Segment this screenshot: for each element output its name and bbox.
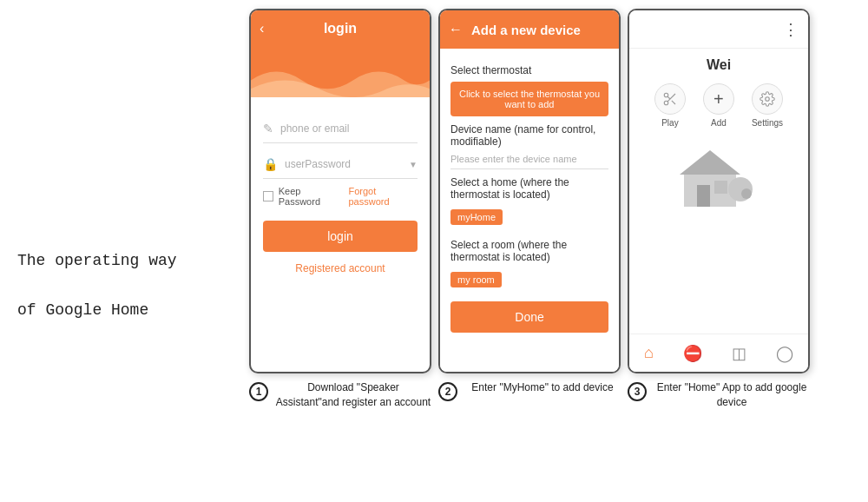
login-button[interactable]: login xyxy=(263,221,418,252)
house-illustration xyxy=(638,142,799,211)
screen1-title: login xyxy=(324,21,357,36)
play-icon-circle xyxy=(654,83,686,115)
play-item[interactable]: Play xyxy=(654,83,686,128)
password-placeholder: userPassword xyxy=(285,158,351,170)
step1-number: 1 xyxy=(256,386,262,398)
select-room-label: Select a room (where the thermostat is l… xyxy=(450,239,608,263)
svg-point-5 xyxy=(766,97,770,102)
step3-number: 3 xyxy=(635,386,641,398)
block-footer-icon[interactable]: ⛔ xyxy=(683,344,702,363)
step2-circle: 2 xyxy=(438,382,457,401)
play-label: Play xyxy=(661,118,678,128)
operating-text: The operating way of Google Home xyxy=(17,248,177,323)
line1: The operating way xyxy=(17,252,177,269)
keep-password-checkbox[interactable] xyxy=(263,191,273,201)
screen1-body: ✎ phone or email 🔒 userPassword ▼ Ke xyxy=(251,97,430,292)
screen2-back-icon[interactable]: ← xyxy=(449,22,463,37)
line2: of Google Home xyxy=(17,301,148,319)
done-button[interactable]: Done xyxy=(450,301,608,333)
add-item[interactable]: + Add xyxy=(703,83,734,128)
svg-point-0 xyxy=(664,93,668,97)
screen2-title: Add a new device xyxy=(471,23,581,37)
step2-number: 2 xyxy=(445,386,451,398)
add-icon-circle: + xyxy=(703,83,734,115)
main-container: The operating way of Google Home ‹ login xyxy=(0,0,868,502)
svg-marker-7 xyxy=(680,150,740,175)
settings-icon-circle xyxy=(752,83,783,115)
media-footer-icon[interactable]: ◫ xyxy=(732,344,746,363)
screen3-header: ⋮ xyxy=(629,10,808,49)
select-home-label: Select a home (where the thermostat is l… xyxy=(450,176,608,201)
password-input-row[interactable]: 🔒 userPassword ▼ xyxy=(263,150,418,179)
select-thermostat-btn-label: Click to select the thermostat you want … xyxy=(459,89,600,109)
wave-decoration xyxy=(251,55,430,97)
step3-label: 3 Enter "Home" App to add google device xyxy=(628,380,810,410)
screen1-header: ‹ login xyxy=(251,10,430,97)
svg-line-4 xyxy=(667,96,670,99)
phones-area: ‹ login ✎ phone or email xyxy=(191,0,868,502)
step2-text: Enter "MyHome" to add device xyxy=(464,380,621,395)
phones-row: ‹ login ✎ phone or email xyxy=(191,0,868,410)
home-tag[interactable]: myHome xyxy=(450,209,503,225)
house-svg xyxy=(675,142,762,211)
play-icon xyxy=(662,91,678,107)
keep-password-label: Keep Password xyxy=(279,186,344,207)
screen3-body: Wei xyxy=(629,49,808,334)
register-link[interactable]: Registered account xyxy=(263,262,418,274)
svg-line-3 xyxy=(672,101,675,104)
svg-rect-9 xyxy=(714,181,727,194)
register-link-label: Registered account xyxy=(295,262,385,274)
step1-label: 1 Download "Speaker Assistant"and regist… xyxy=(249,380,431,410)
phone-placeholder: phone or email xyxy=(280,122,349,135)
forgot-password-link[interactable]: Forgot password xyxy=(348,186,418,207)
action-icons-row: Play + Add xyxy=(638,83,799,128)
screen1-back-icon[interactable]: ‹ xyxy=(260,21,264,36)
left-text-area: The operating way of Google Home xyxy=(0,0,191,502)
keep-password-row[interactable]: Keep Password Forgot password xyxy=(263,186,418,207)
user-icon: ✎ xyxy=(263,122,273,135)
settings-label: Settings xyxy=(752,118,783,128)
step3-text: Enter "Home" App to add google device xyxy=(654,380,810,410)
person-footer-icon[interactable]: ◯ xyxy=(776,344,793,363)
phone-input-row[interactable]: ✎ phone or email xyxy=(263,115,418,143)
select-thermostat-label: Select thermostat xyxy=(450,64,608,76)
svg-point-1 xyxy=(664,101,668,105)
settings-icon xyxy=(760,91,775,107)
step1-circle: 1 xyxy=(249,382,268,401)
home-footer-icon[interactable]: ⌂ xyxy=(644,344,654,362)
select-thermostat-button[interactable]: Click to select the thermostat you want … xyxy=(450,82,608,116)
add-icon: + xyxy=(713,89,724,109)
device-name-placeholder[interactable]: Please enter the device name xyxy=(450,149,608,169)
user-name: Wei xyxy=(638,57,799,73)
password-toggle-icon: ▼ xyxy=(409,160,418,169)
screen2-body: Select thermostat Click to select the th… xyxy=(440,49,619,372)
screen3-footer: ⌂ ⛔ ◫ ◯ xyxy=(629,334,808,372)
step3-circle: 3 xyxy=(628,382,647,401)
phone1-screen: ‹ login ✎ phone or email xyxy=(249,9,431,373)
more-options-icon[interactable]: ⋮ xyxy=(783,20,799,39)
login-btn-label: login xyxy=(327,229,353,243)
phone2-wrapper: ← Add a new device Select thermostat Cli… xyxy=(438,9,621,401)
device-name-label: Device name (name for control, modifiabl… xyxy=(450,123,608,148)
step2-label: 2 Enter "MyHome" to add device xyxy=(438,380,621,401)
screen2-header: ← Add a new device xyxy=(440,10,619,49)
room-tag[interactable]: my room xyxy=(450,272,502,287)
settings-item[interactable]: Settings xyxy=(752,83,783,128)
phone3-wrapper: ⋮ Wei xyxy=(628,9,810,410)
lock-icon: 🔒 xyxy=(263,157,278,171)
add-label: Add xyxy=(711,118,727,128)
phone3-screen: ⋮ Wei xyxy=(628,9,810,373)
svg-rect-8 xyxy=(697,185,710,207)
done-btn-label: Done xyxy=(515,310,543,324)
phone2-screen: ← Add a new device Select thermostat Cli… xyxy=(438,9,621,373)
phone1-wrapper: ‹ login ✎ phone or email xyxy=(249,9,431,410)
step1-text: Download "Speaker Assistant"and register… xyxy=(275,380,431,410)
svg-point-11 xyxy=(741,188,752,199)
